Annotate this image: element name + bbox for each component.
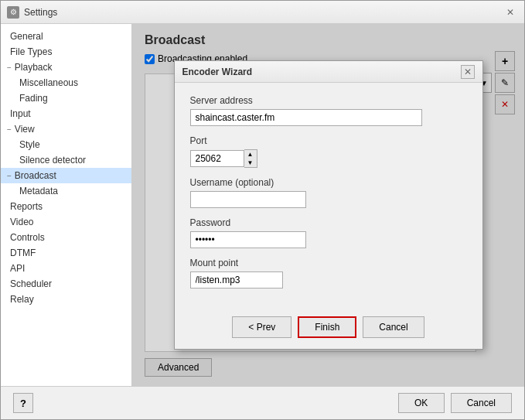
sidebar-item-fading[interactable]: Fading	[1, 90, 131, 106]
port-input[interactable]	[190, 150, 244, 167]
sidebar-label-broadcast: Broadcast	[15, 170, 56, 181]
playback-expand-icon: −	[7, 63, 12, 72]
sidebar-item-dtmf[interactable]: DTMF	[1, 245, 131, 261]
main-content: Broadcast Broadcasting enabled ▼ + ✎ ✕	[132, 24, 524, 386]
modal-title: Encoder Wizard	[182, 67, 253, 77]
modal-title-bar: Encoder Wizard ✕	[175, 61, 482, 83]
modal-body: Server address Port ▲ ▼	[175, 83, 482, 310]
modal-cancel-button[interactable]: Cancel	[363, 316, 424, 338]
sidebar-item-scheduler[interactable]: Scheduler	[1, 276, 131, 292]
port-group: Port ▲ ▼	[190, 135, 467, 168]
server-address-group: Server address	[190, 95, 467, 126]
port-label: Port	[190, 135, 467, 146]
sidebar-label-dtmf: DTMF	[10, 248, 36, 258]
sidebar-item-style[interactable]: Style	[1, 137, 131, 152]
close-button[interactable]: ✕	[503, 5, 518, 20]
sidebar-label-silence-detector: Silence detector	[19, 155, 86, 166]
port-increment-button[interactable]: ▲	[244, 150, 257, 159]
view-expand-icon: −	[7, 125, 12, 134]
username-label: Username (optional)	[190, 177, 467, 188]
sidebar-item-video[interactable]: Video	[1, 214, 131, 230]
sidebar-label-file-types: File Types	[10, 46, 52, 57]
sidebar-item-broadcast[interactable]: − Broadcast	[1, 168, 131, 183]
sidebar-item-controls[interactable]: Controls	[1, 230, 131, 245]
server-address-input[interactable]	[190, 109, 422, 126]
title-bar-left: ⚙ Settings	[7, 6, 57, 19]
mount-point-label: Mount point	[190, 258, 467, 268]
modal-overlay: Encoder Wizard ✕ Server address Port	[132, 24, 524, 386]
sidebar-item-view[interactable]: − View	[1, 121, 131, 137]
sidebar-item-metadata[interactable]: Metadata	[1, 183, 131, 199]
sidebar-label-video: Video	[10, 217, 33, 227]
sidebar-label-relay: Relay	[10, 294, 34, 305]
title-bar: ⚙ Settings ✕	[1, 1, 524, 24]
window-body: General File Types − Playback Miscellane…	[1, 24, 524, 386]
username-input[interactable]	[190, 191, 306, 208]
sidebar-label-general: General	[10, 31, 43, 42]
window-title: Settings	[24, 7, 57, 18]
modal-close-button[interactable]: ✕	[461, 65, 475, 79]
password-input[interactable]	[190, 231, 306, 248]
finish-button[interactable]: Finish	[298, 316, 356, 338]
help-button[interactable]: ?	[13, 393, 33, 413]
sidebar-label-miscellaneous: Miscellaneous	[19, 77, 78, 88]
sidebar-item-miscellaneous[interactable]: Miscellaneous	[1, 75, 131, 90]
sidebar-label-reports: Reports	[10, 201, 43, 212]
mount-point-input[interactable]	[190, 271, 283, 289]
encoder-wizard-modal: Encoder Wizard ✕ Server address Port	[174, 60, 483, 350]
password-group: Password	[190, 217, 467, 248]
port-input-group: ▲ ▼	[190, 149, 467, 168]
sidebar-item-api[interactable]: API	[1, 261, 131, 276]
sidebar-item-silence-detector[interactable]: Silence detector	[1, 152, 131, 168]
sidebar-label-playback: Playback	[15, 62, 53, 73]
password-label: Password	[190, 217, 467, 228]
sidebar-label-metadata: Metadata	[19, 186, 58, 196]
sidebar-item-playback[interactable]: − Playback	[1, 60, 131, 75]
app-icon: ⚙	[7, 6, 19, 19]
settings-window: ⚙ Settings ✕ General File Types − Playba…	[0, 0, 525, 420]
prev-button[interactable]: < Prev	[232, 316, 291, 338]
sidebar: General File Types − Playback Miscellane…	[1, 24, 132, 386]
port-spinners: ▲ ▼	[244, 149, 257, 168]
sidebar-label-style: Style	[19, 139, 40, 150]
sidebar-label-scheduler: Scheduler	[10, 278, 52, 289]
server-address-label: Server address	[190, 95, 467, 106]
username-group: Username (optional)	[190, 177, 467, 208]
sidebar-item-input[interactable]: Input	[1, 106, 131, 121]
cancel-button[interactable]: Cancel	[451, 393, 512, 413]
sidebar-label-view: View	[15, 124, 35, 135]
sidebar-item-general[interactable]: General	[1, 29, 131, 44]
sidebar-label-controls: Controls	[10, 232, 45, 243]
sidebar-item-reports[interactable]: Reports	[1, 199, 131, 214]
window-footer: ? OK Cancel	[1, 386, 524, 419]
sidebar-label-fading: Fading	[19, 93, 48, 104]
sidebar-item-relay[interactable]: Relay	[1, 292, 131, 307]
port-decrement-button[interactable]: ▼	[244, 159, 257, 167]
sidebar-label-input: Input	[10, 108, 31, 119]
sidebar-label-api: API	[10, 263, 25, 274]
broadcast-expand-icon: −	[7, 172, 12, 180]
sidebar-item-file-types[interactable]: File Types	[1, 44, 131, 60]
mount-point-group: Mount point	[190, 258, 467, 289]
ok-button[interactable]: OK	[398, 393, 445, 413]
modal-footer: < Prev Finish Cancel	[175, 310, 482, 349]
